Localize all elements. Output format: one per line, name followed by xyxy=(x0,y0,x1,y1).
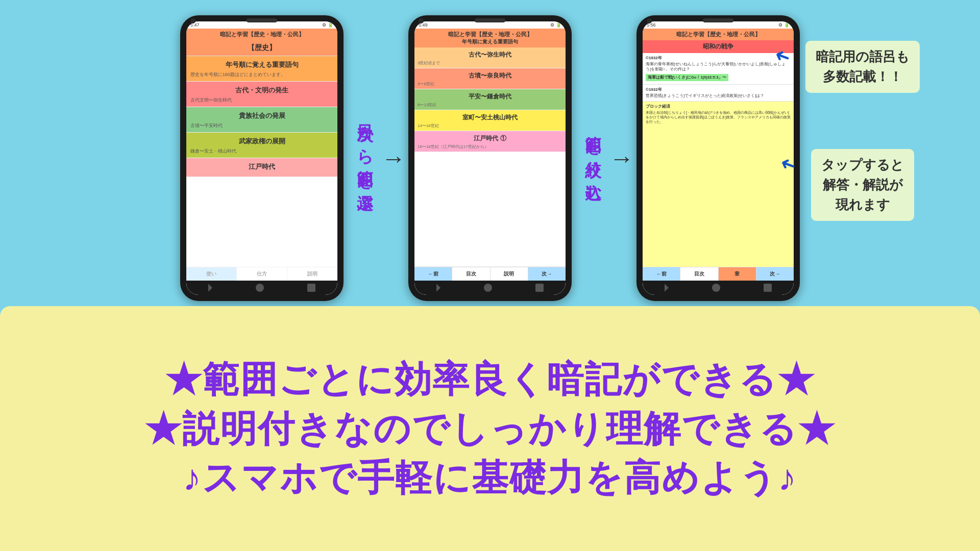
phone3-block-title: ブロック経済 xyxy=(646,104,791,109)
phone1-item-2-sub: 古代文明〜弥生時代 xyxy=(186,97,337,107)
phone2-android-nav xyxy=(414,281,566,295)
phone1-section-title: 【歴史】 xyxy=(186,40,337,56)
annotation-bottom: ➜ タップすると解答・解説が現れます xyxy=(811,149,914,221)
phone2-home-btn[interactable] xyxy=(484,284,492,292)
phone1-time: 5:47 xyxy=(190,22,200,28)
phone2-screen: 5:49 ⚙ 🔋 暗記と学習【歴史・地理・公民】 年号順に覚える重要語句 古代〜… xyxy=(414,21,566,295)
phone2-time: 5:49 xyxy=(419,22,428,28)
phone3-block-text: 本国と自治領[じちりょう]・植民地の結びつきを強め、他国の商品には高い関税[かん… xyxy=(646,110,791,124)
phone2-era-5[interactable]: 江戸時代 ① 16〜18世紀（江戸時代は17世紀から） xyxy=(414,131,566,152)
phone2-recent-btn[interactable] xyxy=(535,284,544,292)
arrow-2: → xyxy=(609,144,634,172)
phone3-nav-prev[interactable]: ←前 xyxy=(643,267,680,281)
phone1-item-5[interactable]: 江戸時代 xyxy=(186,158,337,177)
phone2-era-4-title: 室町〜安土桃山時代 xyxy=(414,110,566,123)
phone2-era-1-title: 古代〜弥生時代 xyxy=(414,47,566,60)
phone1-item-3-title: 貴族社会の発展 xyxy=(186,107,337,122)
right-annotations: ➜ 暗記用の語呂も多数記載！！ ➜ タップすると解答・解説が現れます xyxy=(771,41,954,221)
phone2-era-1-sub: 3世紀頃まで xyxy=(414,60,566,68)
phone1-recent-btn[interactable] xyxy=(307,284,315,292)
phone3-android-nav xyxy=(643,281,794,295)
phone2-nav-index[interactable]: 目次 xyxy=(452,267,490,281)
banner-line-1: ★範囲ごとに効率良く暗記ができる★ xyxy=(165,357,815,401)
phone1-icons: ⚙ 🔋 xyxy=(322,22,333,28)
phone1-item-1-sub: 歴史を年号順に160題ほどにまとめています。 xyxy=(186,71,337,81)
phone3-nav-chapter[interactable]: 章 xyxy=(719,267,756,281)
phone2-app-nav: ←前 目次 説明 次→ xyxy=(414,267,566,281)
phone2-era-3-title: 平安〜鎌倉時代 xyxy=(414,89,566,102)
phone1-item-3-sub: 古墳〜平安時代 xyxy=(186,122,337,132)
phone2-era-5-sub: 16〜18世紀（江戸時代は17世紀から） xyxy=(414,144,566,152)
phone1-item-3[interactable]: 貴族社会の発展 古墳〜平安時代 xyxy=(186,107,337,133)
phone1-content: 年号順に覚える重要語句 歴史を年号順に160題ほどにまとめています。 古代・文明… xyxy=(186,56,337,267)
phone1-item-2[interactable]: 古代・文明の発生 古代文明〜弥生時代 xyxy=(186,82,337,107)
side-text-2: 範囲を絞り込む xyxy=(582,123,604,193)
phone3-status-bar: 5:56 ⚙ 🔋 xyxy=(643,21,794,29)
phone3-nav-next[interactable]: 次→ xyxy=(756,267,794,281)
phone2-era-3[interactable]: 平安〜鎌倉時代 8〜13世紀 xyxy=(414,89,566,110)
annotation-bottom-text: タップすると解答・解説が現れます xyxy=(821,155,904,215)
phone1-nav-bar: 使い 仕方 説明 xyxy=(186,267,337,281)
phone3-time: 5:56 xyxy=(647,22,656,28)
phone1-item-4[interactable]: 武家政権の展開 鎌倉〜安土・桃山時代 xyxy=(186,133,337,158)
phone3-q2-year: ©1932年 xyxy=(646,87,791,92)
phone2-frame: 5:49 ⚙ 🔋 暗記と学習【歴史・地理・公民】 年号順に覚える重要語句 古代〜… xyxy=(408,15,572,301)
phone1-screen: 5:47 ⚙ 🔋 暗記と学習【歴史・地理・公民】 【歴史】 年号順に覚える重要語… xyxy=(186,21,337,295)
arrow-1: → xyxy=(381,144,406,172)
phone2-app-title: 暗記と学習【歴史・地理・公民】 xyxy=(415,31,565,38)
banner-line-3: ♪スマホで手軽に基礎力を高めよう♪ xyxy=(183,456,797,499)
phone1-item-4-title: 武家政権の展開 xyxy=(186,133,337,148)
phone3-q2-text: 世界恐慌[きょうこう]でイギリスがとった経済政策[せいさく]は？ xyxy=(646,93,791,98)
phone3-app-nav: ←前 目次 章 次→ xyxy=(643,267,794,281)
phone3-app-header: 暗記と学習【歴史・地理・公民】 xyxy=(643,29,794,40)
phone3-recent-btn[interactable] xyxy=(764,284,772,292)
phone1-item-1-title: 年号順に覚える重要語句 xyxy=(186,56,337,71)
side-text-1: 目次から範囲を選ぶ xyxy=(354,112,376,205)
phone1-home-btn[interactable] xyxy=(256,284,264,292)
phone3-icons: ⚙ 🔋 xyxy=(778,22,790,28)
phone1-item-5-title: 江戸時代 xyxy=(186,158,337,173)
phone2-era-4[interactable]: 室町〜安土桃山時代 14〜16世紀 xyxy=(414,110,566,131)
phone3-q1-year: ©1932年 xyxy=(646,55,791,61)
phone2-content: 古代〜弥生時代 3世紀頃まで 古墳〜奈良時代 3〜8世紀 平安〜鎌倉時代 8〜1… xyxy=(414,47,566,267)
phone3-home-btn[interactable] xyxy=(712,284,720,292)
phone1-nav-index[interactable]: 仕方 xyxy=(237,267,287,281)
phone1-nav-explain[interactable]: 説明 xyxy=(287,267,337,281)
annotation-top: ➜ 暗記用の語呂も多数記載！！ xyxy=(805,41,920,93)
phone1-item-2-title: 古代・文明の発生 xyxy=(186,82,337,97)
phone3-app-title: 暗記と学習【歴史・地理・公民】 xyxy=(644,31,793,38)
phone2-era-2-title: 古墳〜奈良時代 xyxy=(414,68,566,81)
phone2-back-btn[interactable] xyxy=(436,284,440,292)
phone3-q1-text: 海軍の青年将校[せいねんしょうこう]らが大養領[いかかいよし]首相[しゅしょう]… xyxy=(646,62,791,72)
banner-line-2: ★説明付きなのでしっかり理解できる★ xyxy=(144,407,836,450)
phone2-nav-explain[interactable]: 説明 xyxy=(491,267,528,281)
phone3-nav-index[interactable]: 目次 xyxy=(680,267,718,281)
phone2-era-5-title: 江戸時代 ① xyxy=(414,131,566,144)
phone2-nav-prev[interactable]: ←前 xyxy=(414,267,452,281)
phone1-android-nav xyxy=(186,281,337,295)
arrow-annotation-top: ➜ xyxy=(772,44,794,69)
phone1-item-5-sub xyxy=(186,173,337,177)
phone2-app-header: 暗記と学習【歴史・地理・公民】 年号順に覚える重要語句 xyxy=(414,29,566,47)
phone2-era-3-sub: 8〜13世紀 xyxy=(414,102,566,110)
phone2-era-1[interactable]: 古代〜弥生時代 3世紀頃まで xyxy=(414,47,566,68)
phone1-wrapper: 5:47 ⚙ 🔋 暗記と学習【歴史・地理・公民】 【歴史】 年号順に覚える重要語… xyxy=(180,15,379,301)
phone1-app-title: 暗記と学習【歴史・地理・公民】 xyxy=(187,31,336,38)
phone2-era-empty xyxy=(414,152,566,267)
phone3-back-btn[interactable] xyxy=(665,284,669,292)
phone1-status-bar: 5:47 ⚙ 🔋 xyxy=(186,21,337,29)
phone2-status-bar: 5:49 ⚙ 🔋 xyxy=(414,21,566,29)
phone1-item-4-sub: 鎌倉〜安土・桃山時代 xyxy=(186,148,337,158)
phone2-sub-title: 年号順に覚える重要語句 xyxy=(415,38,565,45)
phone2-wrapper: 5:49 ⚙ 🔋 暗記と学習【歴史・地理・公民】 年号順に覚える重要語句 古代〜… xyxy=(408,15,607,301)
phone2-era-4-sub: 14〜16世紀 xyxy=(414,123,566,131)
phone1-back-btn[interactable] xyxy=(208,284,212,292)
arrow-annotation-bottom: ➜ xyxy=(777,152,799,178)
bottom-banner: ★範囲ごとに効率良く暗記ができる★ ★説明付きなのでしっかり理解できる★ ♪スマ… xyxy=(0,306,980,551)
phone2-nav-next[interactable]: 次→ xyxy=(528,267,566,281)
phone1-nav-prev[interactable]: 使い xyxy=(186,267,237,281)
phone2-era-2[interactable]: 古墳〜奈良時代 3〜8世紀 xyxy=(414,68,566,89)
phone1-app-header: 暗記と学習【歴史・地理・公民】 xyxy=(186,29,337,40)
annotation-top-text: 暗記用の語呂も多数記載！！ xyxy=(816,47,910,87)
phone1-item-1[interactable]: 年号順に覚える重要語句 歴史を年号順に160題ほどにまとめています。 xyxy=(186,56,337,82)
